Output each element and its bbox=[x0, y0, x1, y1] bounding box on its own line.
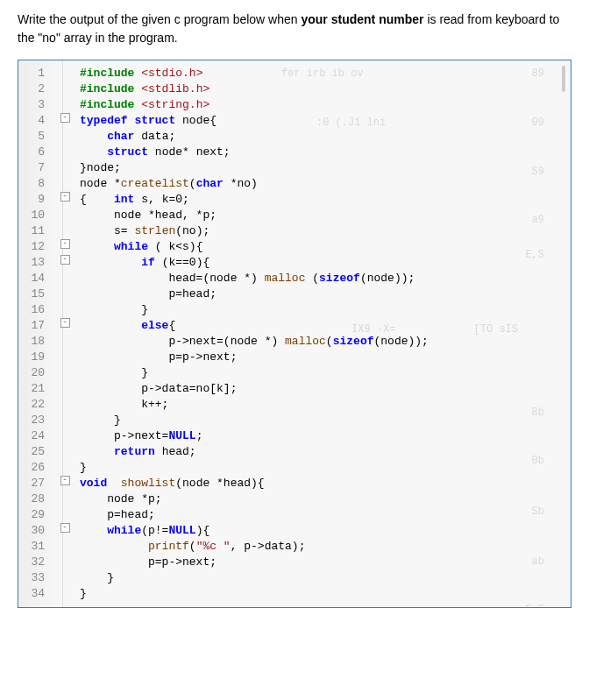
question-text: Write the output of the given c program … bbox=[18, 11, 571, 47]
code-line: 6 struct node* next; bbox=[18, 145, 571, 160]
code-line: 10 node *head, *p; bbox=[18, 208, 571, 223]
code-content: char data; bbox=[76, 129, 571, 145]
code-line: 18 p->next=(node *) malloc(sizeof(node))… bbox=[18, 334, 571, 350]
code-token: { bbox=[80, 193, 87, 206]
code-token: } bbox=[80, 571, 114, 584]
code-content: struct node* next; bbox=[76, 145, 571, 160]
code-content: head=(node *) malloc (sizeof(node)); bbox=[76, 271, 571, 286]
code-token bbox=[80, 145, 107, 159]
code-token: ( bbox=[189, 540, 196, 553]
code-token: ( bbox=[305, 272, 319, 285]
code-token: sizeof bbox=[333, 335, 374, 348]
code-content: p=p->next; bbox=[76, 555, 571, 570]
code-content: p=head; bbox=[76, 286, 571, 302]
code-token: p=head; bbox=[80, 508, 155, 521]
code-line: 5 char data; bbox=[18, 129, 571, 145]
code-token: s= bbox=[80, 224, 134, 237]
fold-toggle-icon[interactable]: - bbox=[60, 476, 70, 485]
fold-gutter[interactable]: - bbox=[53, 192, 76, 202]
code-token: } bbox=[80, 366, 148, 379]
code-content: printf("%c ", p->data); bbox=[76, 539, 571, 555]
line-number: 33 bbox=[18, 570, 53, 586]
code-token: (node *head){ bbox=[175, 477, 264, 490]
code-content: } bbox=[76, 570, 571, 586]
instruction-before: Write the output of the given c program … bbox=[18, 12, 301, 26]
code-line: 30- while(p!=NULL){ bbox=[18, 523, 571, 539]
code-token: node *head, *p; bbox=[80, 209, 216, 222]
fold-gutter[interactable]: - bbox=[53, 239, 76, 249]
code-token: malloc bbox=[285, 335, 326, 348]
code-content: p->next=NULL; bbox=[76, 428, 571, 444]
line-number: 16 bbox=[18, 302, 53, 318]
code-content: }node; bbox=[76, 160, 571, 176]
line-number: 5 bbox=[18, 129, 53, 145]
code-token: printf bbox=[80, 540, 189, 553]
code-token: NULL bbox=[168, 429, 195, 442]
code-token: p=p->next; bbox=[80, 555, 216, 569]
fold-gutter[interactable]: - bbox=[53, 113, 76, 123]
fold-gutter[interactable]: - bbox=[53, 318, 76, 328]
code-token: ( bbox=[189, 177, 196, 190]
code-token: node *p; bbox=[80, 492, 162, 506]
code-token: showlist bbox=[114, 477, 175, 490]
code-token: k++; bbox=[80, 398, 168, 411]
code-token: node * bbox=[80, 177, 121, 190]
code-line: 11 s= strlen(no); bbox=[18, 223, 571, 239]
line-number: 31 bbox=[18, 539, 53, 555]
fold-toggle-icon[interactable]: - bbox=[60, 239, 70, 249]
code-token: char bbox=[107, 130, 141, 143]
code-content: } bbox=[76, 413, 571, 428]
code-token: (node)); bbox=[373, 335, 428, 348]
code-token: (k==0){ bbox=[162, 256, 210, 269]
fold-gutter[interactable]: - bbox=[53, 255, 76, 265]
code-content: typedef struct node{ bbox=[76, 113, 571, 129]
code-token: } bbox=[80, 414, 121, 427]
code-token: p->data=no[k]; bbox=[80, 382, 237, 395]
code-content: #include <string.h> bbox=[76, 97, 571, 113]
line-number: 28 bbox=[18, 491, 53, 507]
code-line: 31 printf("%c ", p->data); bbox=[18, 539, 571, 555]
code-token: char bbox=[196, 177, 231, 190]
code-line: 12- while ( k<s){ bbox=[18, 239, 571, 255]
instruction-bold: your student number bbox=[301, 12, 423, 26]
code-token: p->next=(node *) bbox=[80, 335, 285, 348]
code-token: struct bbox=[107, 145, 155, 159]
code-token: sizeof bbox=[319, 272, 360, 285]
code-token: ( k<s){ bbox=[155, 240, 203, 253]
code-line: 14 head=(node *) malloc (sizeof(node)); bbox=[18, 271, 571, 286]
line-number: 22 bbox=[18, 397, 53, 413]
fold-toggle-icon[interactable]: - bbox=[60, 318, 70, 328]
code-line: 34} bbox=[18, 586, 571, 602]
code-token: strlen bbox=[134, 224, 175, 237]
code-content: p->next=(node *) malloc(sizeof(node)); bbox=[76, 334, 571, 350]
fold-toggle-icon[interactable]: - bbox=[60, 192, 70, 202]
code-token: } bbox=[80, 303, 148, 316]
code-token: p->next= bbox=[80, 429, 168, 442]
fold-toggle-icon[interactable]: - bbox=[60, 113, 70, 123]
code-line: 23 } bbox=[18, 413, 571, 428]
line-number: 23 bbox=[18, 413, 53, 428]
code-line: 33 } bbox=[18, 570, 571, 586]
code-token: p=p->next; bbox=[80, 350, 237, 364]
code-token: head; bbox=[162, 445, 196, 458]
code-token: head=(node *) bbox=[80, 272, 265, 285]
code-line: 4-typedef struct node{ bbox=[18, 113, 571, 129]
code-line: 19 p=p->next; bbox=[18, 350, 571, 365]
code-line: 26} bbox=[18, 460, 571, 476]
code-content: #include <stdlib.h> bbox=[76, 81, 571, 97]
fold-toggle-icon[interactable]: - bbox=[60, 255, 70, 265]
code-token: #include bbox=[80, 98, 141, 111]
fold-gutter[interactable]: - bbox=[53, 476, 76, 485]
code-line: 25 return head; bbox=[18, 444, 571, 460]
code-content: } bbox=[76, 302, 571, 318]
code-line: 29 p=head; bbox=[18, 507, 571, 523]
fold-toggle-icon[interactable]: - bbox=[60, 523, 70, 533]
code-token: <stdio.h> bbox=[141, 67, 202, 80]
code-line: 13- if (k==0){ bbox=[18, 255, 571, 271]
code-line: 15 p=head; bbox=[18, 286, 571, 302]
code-token: createlist bbox=[121, 177, 189, 190]
fold-gutter[interactable]: - bbox=[53, 523, 76, 533]
code-line: 22 k++; bbox=[18, 397, 571, 413]
code-token: void bbox=[80, 477, 114, 490]
code-token: (no); bbox=[175, 224, 209, 237]
